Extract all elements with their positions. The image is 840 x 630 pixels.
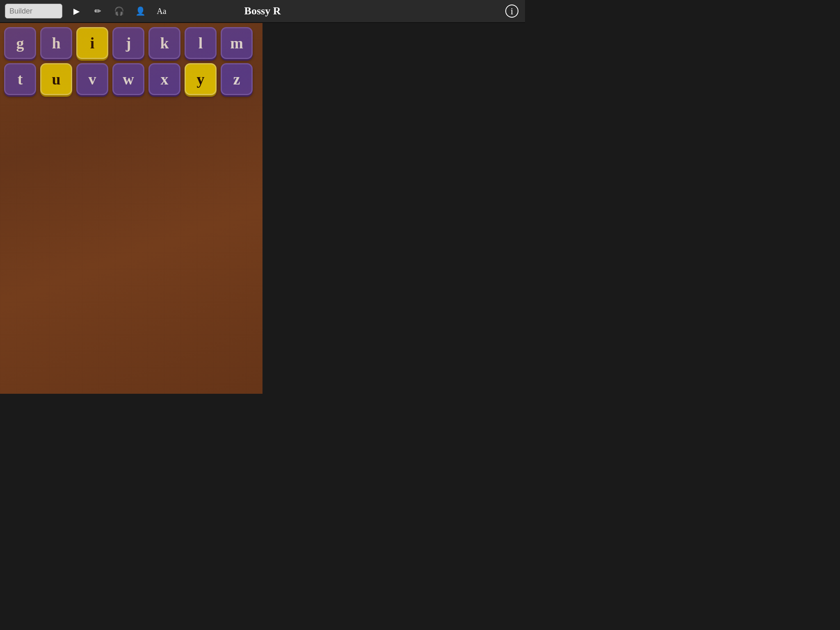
key-k[interactable]: k — [148, 27, 180, 59]
keyboard-row-2: tuvwxyz — [0, 59, 262, 95]
info-icon[interactable]: i — [505, 5, 518, 18]
key-w[interactable]: w — [112, 63, 144, 95]
key-g[interactable]: g — [4, 27, 36, 59]
app-title: Bossy R — [244, 5, 281, 17]
person-icon[interactable]: 👤 — [133, 4, 148, 18]
key-v[interactable]: v — [76, 63, 108, 95]
key-i[interactable]: i — [76, 27, 108, 59]
key-y[interactable]: y — [185, 63, 217, 95]
right-panel — [262, 23, 525, 394]
toolbar: ▶ ✏ 🎧 👤 Aa Bossy R i — [0, 0, 525, 23]
word-area — [262, 31, 525, 394]
key-j[interactable]: j — [112, 27, 144, 59]
pencil-icon[interactable]: ✏ — [90, 4, 105, 18]
builder-input[interactable] — [5, 4, 62, 18]
keyboard-panel: ghijklm tuvwxyz — [0, 23, 262, 394]
key-t[interactable]: t — [4, 63, 36, 95]
go-button[interactable]: ▶ — [69, 4, 84, 18]
key-h[interactable]: h — [40, 27, 72, 59]
key-z[interactable]: z — [221, 63, 253, 95]
key-l[interactable]: l — [185, 27, 217, 59]
font-icon[interactable]: Aa — [154, 4, 169, 18]
ear-icon[interactable]: 🎧 — [112, 4, 126, 18]
key-u[interactable]: u — [40, 63, 72, 95]
filter-row — [262, 23, 525, 31]
key-m[interactable]: m — [221, 27, 253, 59]
key-x[interactable]: x — [148, 63, 180, 95]
keyboard-row-1: ghijklm — [0, 23, 262, 59]
